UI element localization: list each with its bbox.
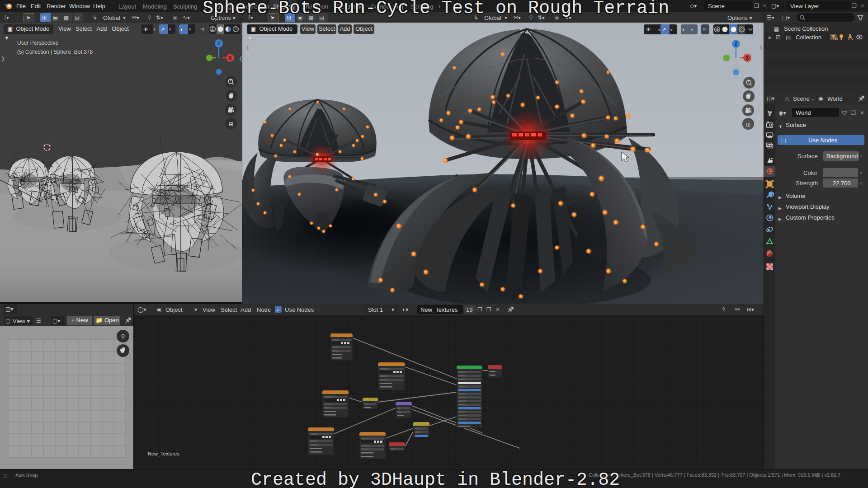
- svg-text:X: X: [229, 56, 232, 61]
- svg-text:⊞: ⊞: [229, 121, 233, 127]
- svg-text:❮: ❮: [239, 56, 242, 61]
- svg-text:Z: Z: [735, 42, 737, 47]
- svg-text:99: 99: [835, 37, 838, 40]
- svg-text:⚲: ⚲: [121, 333, 125, 340]
- svg-text:⊞: ⊞: [746, 122, 750, 128]
- svg-text:❮: ❮: [245, 44, 250, 50]
- svg-text:New_Textures: New_Textures: [148, 451, 179, 456]
- svg-text:❯: ❯: [1, 56, 5, 61]
- svg-text:❮: ❮: [759, 44, 763, 50]
- svg-text:X: X: [746, 56, 749, 61]
- svg-text:Z: Z: [217, 41, 220, 46]
